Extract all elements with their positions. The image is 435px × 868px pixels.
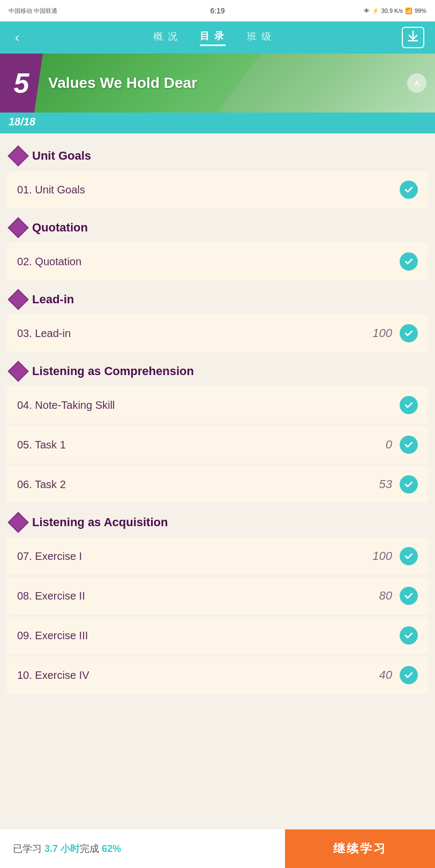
back-button[interactable]: ‹ [11,26,24,49]
list-item-score: 80 [371,589,392,603]
list-item-label: 07. Exercise I [17,550,82,563]
banner-bg [218,54,435,113]
section-header-lead-in: Lead-in [0,282,435,312]
study-percent: 62% [102,843,121,854]
collapse-button[interactable]: ∧ [407,73,426,93]
progress-bar: 18/18 [0,113,435,133]
check-icon [400,396,418,414]
battery-icon: 99% [415,8,426,14]
eye-icon: 👁 [364,8,370,14]
list-item-score: 100 [371,549,392,563]
section-header-listening-acquisition: Listening as Acquisition [0,505,435,535]
list-item-label: 08. Exercise II [17,590,85,602]
nav-tabs: 概 况 目 录 班 级 [153,29,272,46]
section-title-quotation: Quotation [32,221,88,235]
list-item-score: 40 [371,668,392,682]
check-icon [400,475,418,493]
list-item-03[interactable]: 03. Lead-in100 [6,315,429,352]
list-item-07[interactable]: 07. Exercise I100 [6,537,429,575]
list-item-label: 01. Unit Goals [17,184,85,196]
check-icon [400,436,418,454]
section-title-unit-goals: Unit Goals [32,149,91,163]
tab-overview[interactable]: 概 况 [153,30,178,45]
list-item-04[interactable]: 04. Note-Taking Skill [6,386,429,424]
list-item-label: 04. Note-Taking Skill [17,399,115,411]
time-display: 6:19 [210,6,224,15]
list-item-right [400,626,418,645]
unit-number: 5 [14,67,29,99]
list-item-05[interactable]: 05. Task 10 [6,426,429,463]
bluetooth-icon: ⚡ [372,8,379,14]
check-icon [400,626,418,645]
continue-button[interactable]: 继续学习 [285,829,435,868]
list-item-score: 53 [371,477,392,491]
section-title-lead-in: Lead-in [32,293,74,306]
list-item-label: 09. Exercise III [17,630,88,642]
list-item-label: 10. Exercise IV [17,669,89,682]
list-item-label: 02. Quotation [17,256,81,268]
check-icon [400,666,418,684]
tab-class[interactable]: 班 级 [247,30,272,45]
continue-label: 继续学习 [333,841,387,857]
list-item-right: 0 [371,436,418,454]
unit-number-box: 5 [0,54,43,113]
diamond-icon [8,289,29,310]
list-item-label: 05. Task 1 [17,439,66,451]
tab-toc[interactable]: 目 录 [200,29,225,46]
list-item-right [400,396,418,414]
list-item-right [400,181,418,199]
list-item-right: 100 [371,324,418,342]
download-icon [407,30,419,42]
list-item-right: 40 [371,666,418,684]
diamond-icon [8,145,29,167]
wifi-icon: 📶 [405,8,412,14]
study-time: 3.7 小时 [44,843,80,854]
list-item-10[interactable]: 10. Exercise IV40 [6,656,429,694]
system-icons: 👁 ⚡ 30.9 K/s 📶 99% [364,8,426,14]
section-header-unit-goals: Unit Goals [0,139,435,169]
section-header-quotation: Quotation [0,211,435,241]
unit-title: Values We Hold Dear [48,74,197,92]
unit-banner: 5 Values We Hold Dear ∧ [0,54,435,113]
study-info: 已学习 3.7 小时完成 62% [0,842,285,855]
list-item-right [400,252,418,271]
list-item-right: 53 [371,475,418,493]
section-title-listening-comprehension: Listening as Comprehension [32,364,194,378]
check-icon [400,181,418,199]
list-item-label: 03. Lead-in [17,327,71,340]
check-icon [400,587,418,605]
carrier-info: 中国移动 中国联通 [9,7,57,15]
list-item-right: 80 [371,587,418,605]
status-bar: 中国移动 中国联通 6:19 👁 ⚡ 30.9 K/s 📶 99% [0,0,435,21]
list-item-01[interactable]: 01. Unit Goals [6,171,429,208]
bottom-bar: 已学习 3.7 小时完成 62% 继续学习 [0,829,435,868]
section-header-listening-comprehension: Listening as Comprehension [0,354,435,384]
network-speed: 30.9 K/s [381,8,403,14]
list-item-label: 06. Task 2 [17,478,66,491]
check-icon [400,547,418,565]
content-area: Unit Goals01. Unit Goals Quotation02. Qu… [0,133,435,739]
check-icon [400,252,418,271]
study-info-prefix: 已学习 [13,843,44,854]
list-item-score: 0 [371,438,392,452]
diamond-icon [8,512,29,533]
list-item-09[interactable]: 09. Exercise III [6,617,429,654]
diamond-icon [8,217,29,238]
list-item-06[interactable]: 06. Task 253 [6,466,429,503]
study-middle: 完成 [80,843,102,854]
list-item-08[interactable]: 08. Exercise II80 [6,577,429,615]
download-button[interactable] [402,27,424,48]
list-item-right: 100 [371,547,418,565]
list-item-02[interactable]: 02. Quotation [6,243,429,280]
progress-text: 18/18 [9,116,35,128]
section-title-listening-acquisition: Listening as Acquisition [32,515,168,529]
diamond-icon [8,361,29,382]
list-item-score: 100 [371,326,392,340]
check-icon [400,324,418,342]
nav-bar: ‹ 概 况 目 录 班 级 [0,21,435,54]
